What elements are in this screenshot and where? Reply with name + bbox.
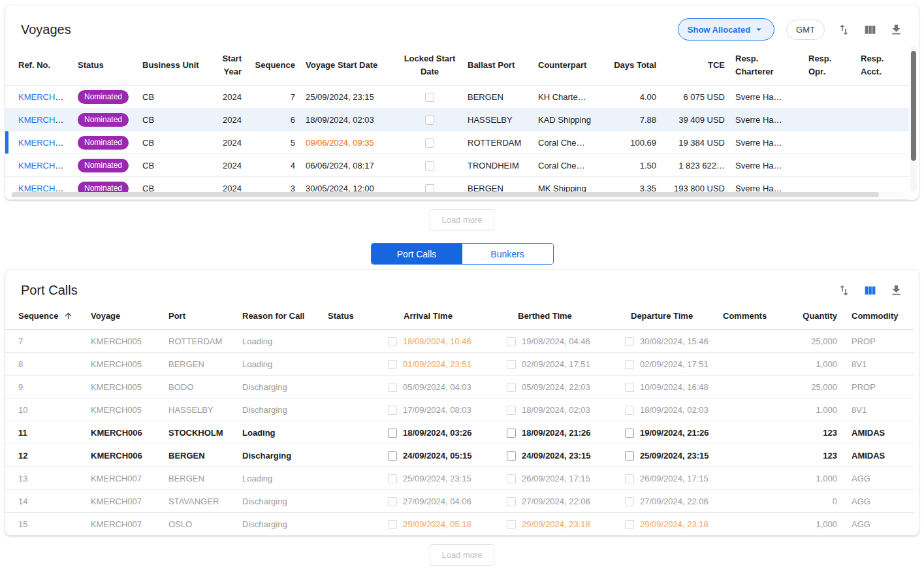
voyages-panel: Voyages Show Allocated GMT xyxy=(5,5,919,200)
berthed-time-checkbox[interactable] xyxy=(507,337,516,346)
voyage-ref-link[interactable]: KMERCH004 xyxy=(18,161,69,171)
horizontal-scrollbar[interactable] xyxy=(10,192,904,197)
col-header-departure-time[interactable]: Departure Time xyxy=(620,307,718,330)
cell-berthed-time: 18/09/2024, 21:26 xyxy=(502,421,620,444)
col-header-quantity[interactable]: Quantity xyxy=(785,307,842,330)
berthed-time-checkbox[interactable] xyxy=(507,406,516,415)
arrival-time-checkbox[interactable] xyxy=(388,429,397,438)
columns-icon[interactable] xyxy=(863,22,877,37)
col-header-voyage-start-date[interactable]: Voyage Start Date xyxy=(300,50,397,86)
col-header-resp-acct[interactable]: Resp. Acct. xyxy=(855,50,909,86)
status-badge: Nominated xyxy=(78,136,129,150)
show-allocated-dropdown[interactable]: Show Allocated xyxy=(678,18,774,41)
col-header-tce[interactable]: TCE xyxy=(661,50,730,86)
voyage-row[interactable]: KMERCH005 Nominated CB 2024 5 09/06/2024… xyxy=(5,131,909,154)
download-icon[interactable] xyxy=(889,22,903,37)
port-call-row[interactable]: 14 KMERCH007 STAVANGER Discharging 27/09… xyxy=(5,490,914,513)
cell-business-unit: CB xyxy=(137,86,214,108)
col-header-sequence[interactable]: Sequence xyxy=(5,307,86,330)
columns-icon[interactable] xyxy=(863,284,877,298)
port-call-row[interactable]: 11 KMERCH006 STOCKHOLM Loading 18/09/202… xyxy=(5,421,914,444)
col-header-arrival-time[interactable]: Arrival Time xyxy=(383,307,502,330)
voyage-ref-link[interactable]: KMERCH006 xyxy=(18,115,69,125)
col-header-start-year[interactable]: Start Year xyxy=(214,50,247,86)
departure-time-checkbox[interactable] xyxy=(625,406,634,415)
berthed-time-checkbox[interactable] xyxy=(507,429,516,438)
locked-start-date-checkbox[interactable] xyxy=(425,116,434,125)
voyage-ref-link[interactable]: KMERCH007 xyxy=(18,92,69,102)
departure-time-checkbox[interactable] xyxy=(625,337,634,346)
tab-bunkers[interactable]: Bunkers xyxy=(462,244,553,264)
berthed-time-checkbox[interactable] xyxy=(507,474,516,483)
col-header-status[interactable]: Status xyxy=(72,50,137,86)
sort-icon[interactable] xyxy=(836,22,851,37)
port-call-row[interactable]: 15 KMERCH007 OSLO Discharging 29/09/2024… xyxy=(5,513,914,536)
voyage-ref-link[interactable]: KMERCH005 xyxy=(18,138,69,148)
arrival-time-checkbox[interactable] xyxy=(388,383,397,392)
col-header-reason-for-call[interactable]: Reason for Call xyxy=(237,307,323,330)
cell-sequence: 7 xyxy=(247,86,300,108)
voyage-row[interactable]: KMERCH004 Nominated CB 2024 4 06/06/2024… xyxy=(5,154,909,177)
berthed-time-checkbox[interactable] xyxy=(507,451,516,461)
col-header-sequence[interactable]: Sequence xyxy=(247,50,300,86)
tab-port-calls[interactable]: Port Calls xyxy=(372,244,462,264)
col-header-comments[interactable]: Comments xyxy=(718,307,785,330)
berthed-time-checkbox[interactable] xyxy=(507,520,516,529)
locked-start-date-checkbox[interactable] xyxy=(425,138,434,148)
cell-resp-acct xyxy=(855,131,909,154)
col-header-resp-charterer[interactable]: Resp. Charterer xyxy=(730,50,803,86)
col-header-days-total[interactable]: Days Total xyxy=(606,50,661,86)
locked-start-date-checkbox[interactable] xyxy=(425,93,434,102)
port-call-row[interactable]: 9 KMERCH005 BODO Discharging 05/09/2024,… xyxy=(5,376,914,398)
col-header-business-unit[interactable]: Business Unit xyxy=(137,50,214,86)
berthed-time-checkbox[interactable] xyxy=(507,383,516,392)
col-header-status[interactable]: Status xyxy=(323,307,383,330)
col-header-commodity[interactable]: Commodity xyxy=(842,307,914,330)
arrival-time-checkbox[interactable] xyxy=(388,451,397,461)
voyage-row[interactable]: KMERCH006 Nominated CB 2024 6 18/09/2024… xyxy=(5,108,909,131)
departure-time-checkbox[interactable] xyxy=(625,451,634,461)
departure-time-checkbox[interactable] xyxy=(625,429,634,438)
port-calls-load-more-button[interactable]: Load more xyxy=(430,544,494,566)
arrival-time-checkbox[interactable] xyxy=(388,497,397,506)
vertical-scrollbar-thumb[interactable] xyxy=(911,51,916,161)
col-header-counterpart[interactable]: Counterpart xyxy=(533,50,606,86)
col-header-voyage[interactable]: Voyage xyxy=(86,307,163,330)
col-header-resp-opr[interactable]: Resp. Opr. xyxy=(803,50,855,86)
horizontal-scrollbar-thumb[interactable] xyxy=(12,192,879,197)
cell-quantity: 123 xyxy=(785,444,842,467)
locked-start-date-checkbox[interactable] xyxy=(425,161,434,171)
download-icon[interactable] xyxy=(889,284,903,298)
departure-time-checkbox[interactable] xyxy=(625,497,634,506)
berthed-time-checkbox[interactable] xyxy=(507,497,516,506)
port-call-row[interactable]: 13 KMERCH007 BERGEN Loading 25/09/2024, … xyxy=(5,467,914,490)
col-header-port[interactable]: Port xyxy=(163,307,237,330)
cell-port: HASSELBY xyxy=(163,398,237,421)
port-call-row[interactable]: 10 KMERCH005 HASSELBY Discharging 17/09/… xyxy=(5,398,914,421)
arrival-time-checkbox[interactable] xyxy=(388,360,397,369)
cell-ref-no: KMERCH005 xyxy=(5,131,72,154)
port-call-row[interactable]: 7 KMERCH005 ROTTERDAM Loading 18/08/2024… xyxy=(5,330,914,353)
sort-icon[interactable] xyxy=(836,284,851,298)
arrival-time-checkbox[interactable] xyxy=(388,474,397,483)
col-header-berthed-time[interactable]: Berthed Time xyxy=(502,307,620,330)
berthed-time-checkbox[interactable] xyxy=(507,360,516,369)
port-call-row[interactable]: 8 KMERCH005 BERGEN Loading 01/09/2024, 2… xyxy=(5,353,914,376)
voyage-row[interactable]: KMERCH007 Nominated CB 2024 7 25/09/2024… xyxy=(5,86,909,108)
departure-time-checkbox[interactable] xyxy=(625,474,634,483)
vertical-scrollbar[interactable] xyxy=(910,46,917,192)
col-header-ref-no[interactable]: Ref. No. xyxy=(5,50,72,86)
port-call-row[interactable]: 12 KMERCH006 BERGEN Discharging 24/09/20… xyxy=(5,444,914,467)
cell-status: Nominated xyxy=(72,154,137,177)
departure-time-checkbox[interactable] xyxy=(625,360,634,369)
arrival-time-value: 01/09/2024, 23:51 xyxy=(403,359,471,369)
arrival-time-checkbox[interactable] xyxy=(388,520,397,529)
departure-time-checkbox[interactable] xyxy=(625,383,634,392)
departure-time-checkbox[interactable] xyxy=(625,520,634,529)
col-header-ballast-port[interactable]: Ballast Port xyxy=(462,50,533,86)
voyages-load-more-button[interactable]: Load more xyxy=(430,209,494,231)
arrival-time-checkbox[interactable] xyxy=(388,337,397,346)
timezone-button[interactable]: GMT xyxy=(786,20,825,40)
col-header-locked-start-date[interactable]: Locked Start Date xyxy=(397,50,462,86)
arrival-time-checkbox[interactable] xyxy=(388,406,397,415)
